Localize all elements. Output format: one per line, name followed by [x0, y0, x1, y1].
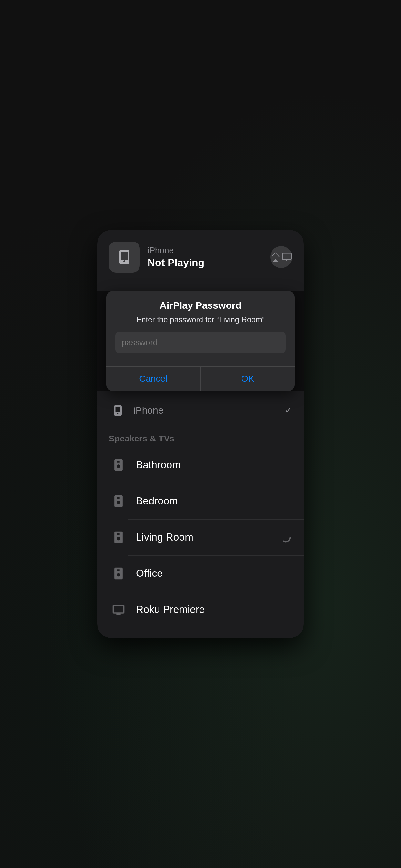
tv-svg-icon	[111, 603, 127, 616]
dialog-content: AirPlay Password Enter the password for …	[106, 291, 295, 360]
dialog-subtitle: Enter the password for “Living Room”	[115, 314, 286, 325]
spinner-icon	[280, 531, 291, 543]
device-label: iPhone	[148, 245, 263, 255]
svg-point-3	[281, 533, 290, 541]
ok-button[interactable]: OK	[201, 367, 295, 391]
password-input-wrapper	[115, 332, 286, 353]
speakers-section-title: Speakers & TVs	[109, 434, 175, 443]
airplay-button[interactable]	[270, 246, 292, 268]
list-item[interactable]: Living Room	[97, 519, 304, 555]
device-icon	[109, 242, 140, 273]
speaker-name: Office	[136, 567, 292, 579]
loading-spinner	[279, 531, 292, 544]
iphone-row[interactable]: iPhone ✓	[97, 394, 304, 427]
now-playing-section: iPhone Not Playing	[97, 230, 304, 282]
password-input[interactable]	[115, 332, 286, 353]
dialog-actions: Cancel OK	[106, 366, 295, 391]
speaker-icon	[109, 455, 128, 475]
top-divider	[109, 282, 292, 282]
speaker-name: Bathroom	[136, 459, 292, 471]
airplay-icon	[270, 251, 281, 263]
now-playing-info: iPhone Not Playing	[148, 245, 263, 269]
airplay-panel: iPhone Not Playing AirPlay Password Ent	[97, 230, 304, 638]
checkmark-icon: ✓	[285, 405, 292, 415]
airplay-password-dialog: AirPlay Password Enter the password for …	[106, 291, 295, 391]
iphone-small-icon	[112, 405, 124, 416]
speakers-section-header: Speakers & TVs	[97, 427, 304, 447]
iphone-row-label: iPhone	[133, 405, 285, 416]
dialog-overlay: AirPlay Password Enter the password for …	[97, 291, 304, 391]
iphone-row-icon	[109, 401, 127, 420]
speaker-name: Living Room	[136, 531, 272, 543]
speaker-icon	[109, 492, 128, 511]
speaker-icon	[109, 564, 128, 583]
list-item[interactable]: Bathroom	[97, 447, 304, 483]
speaker-svg-icon	[112, 530, 126, 545]
speaker-name: Roku Premiere	[136, 603, 292, 616]
airplay-icon-svg	[281, 251, 292, 263]
speaker-name: Bedroom	[136, 495, 292, 507]
list-item[interactable]: Office	[97, 555, 304, 592]
list-item[interactable]: Roku Premiere	[97, 592, 304, 628]
speaker-svg-icon	[112, 566, 126, 581]
speaker-list: Bathroom Bedroom Living Room	[97, 447, 304, 628]
cancel-button[interactable]: Cancel	[106, 367, 201, 391]
now-playing-status: Not Playing	[148, 257, 263, 269]
dialog-title: AirPlay Password	[115, 300, 286, 311]
speaker-icon	[109, 528, 128, 547]
svg-rect-1	[282, 253, 291, 259]
speaker-svg-icon	[112, 458, 126, 472]
list-item[interactable]: Bedroom	[97, 483, 304, 519]
tv-icon	[109, 600, 128, 619]
iphone-icon	[117, 249, 132, 265]
bottom-padding	[97, 628, 304, 638]
speaker-svg-icon	[112, 494, 126, 508]
